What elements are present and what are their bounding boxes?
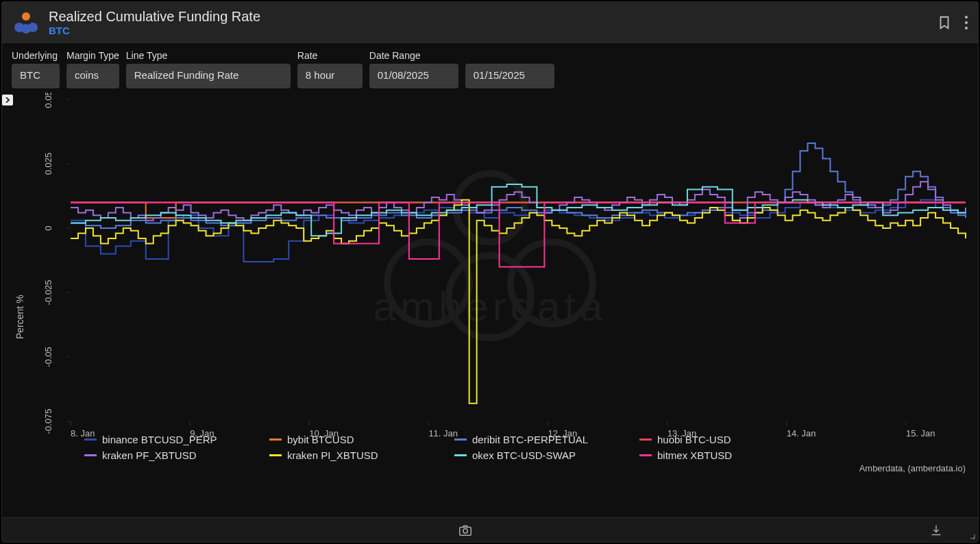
underlying-select[interactable]: BTC (12, 64, 60, 88)
chart-panel: Realized Cumulative Funding Rate BTC Und… (1, 1, 979, 543)
download-icon[interactable] (929, 523, 944, 538)
panel-subtitle: BTC (49, 25, 260, 36)
legend-item[interactable]: kraken PF_XBTUSD (84, 449, 262, 461)
svg-point-6 (965, 27, 968, 29)
svg-text:-0.025: -0.025 (43, 280, 53, 306)
attribution-text: Amberdata, (amberdata.io) (859, 463, 966, 473)
legend-item[interactable]: kraken PI_XBTUSD (269, 449, 448, 461)
rate-select[interactable]: 8 hour (297, 64, 363, 88)
bookmark-icon[interactable] (937, 15, 952, 30)
y-axis-label: Percent % (14, 295, 25, 339)
date-to-input[interactable]: 01/15/2025 (465, 64, 554, 88)
filter-label-margin-type: Margin Type (66, 50, 119, 61)
panel-header: Realized Cumulative Funding Rate BTC (2, 2, 978, 43)
svg-text:-0.075: -0.075 (43, 409, 53, 434)
filter-label-underlying: Underlying (12, 50, 60, 61)
legend-swatch (269, 438, 282, 441)
chart-area: amberdata -0.075-0.05-0.02500.0250.058. … (2, 92, 978, 504)
legend-swatch (639, 454, 652, 456)
filter-bar: Underlying BTC Margin Type coins Line Ty… (2, 43, 978, 92)
chart-legend: binance BTCUSD_PERPbybit BTCUSDderibit B… (84, 434, 964, 461)
svg-text:0: 0 (43, 225, 53, 230)
legend-item[interactable]: binance BTCUSD_PERP (84, 434, 262, 445)
legend-label: bitmex XBTUSD (657, 449, 732, 461)
svg-text:0.025: 0.025 (43, 153, 53, 175)
svg-point-40 (463, 528, 467, 532)
legend-label: huobi BTC-USD (657, 434, 731, 445)
line-type-select[interactable]: Realized Funding Rate (126, 64, 291, 88)
legend-swatch (84, 454, 97, 456)
date-from-input[interactable]: 01/08/2025 (369, 64, 458, 88)
legend-label: kraken PF_XBTUSD (102, 449, 197, 461)
filter-label-date-range: Date Range (369, 50, 554, 61)
legend-item[interactable]: deribit BTC-PERPETUAL (454, 434, 633, 445)
legend-item[interactable]: bitmex XBTUSD (639, 449, 818, 461)
svg-point-4 (965, 16, 968, 18)
legend-label: deribit BTC-PERPETUAL (472, 434, 588, 445)
brand-logo-icon (12, 8, 40, 37)
legend-swatch (269, 454, 282, 456)
legend-label: binance BTCUSD_PERP (102, 434, 217, 445)
legend-swatch (454, 454, 467, 456)
svg-point-0 (22, 12, 30, 21)
legend-item[interactable]: okex BTC-USD-SWAP (454, 449, 633, 461)
resize-handle-icon[interactable] (967, 531, 975, 539)
svg-text:0.05: 0.05 (43, 92, 53, 108)
title-block: Realized Cumulative Funding Rate BTC (49, 9, 260, 36)
svg-point-3 (21, 24, 31, 34)
legend-swatch (639, 438, 652, 441)
legend-item[interactable]: bybit BTCUSD (269, 434, 448, 445)
more-icon[interactable] (964, 15, 968, 30)
filter-label-line-type: Line Type (126, 50, 291, 61)
camera-icon[interactable] (458, 523, 473, 538)
legend-label: kraken PI_XBTUSD (287, 449, 378, 461)
legend-item[interactable]: huobi BTC-USD (639, 434, 818, 445)
svg-point-5 (965, 21, 968, 24)
legend-label: okex BTC-USD-SWAP (472, 449, 576, 461)
svg-text:-0.05: -0.05 (43, 347, 53, 367)
chart-toolbar (2, 517, 978, 542)
filter-label-rate: Rate (297, 50, 363, 61)
margin-type-select[interactable]: coins (66, 64, 119, 88)
legend-label: bybit BTCUSD (287, 434, 354, 445)
legend-swatch (84, 438, 97, 441)
legend-swatch (454, 438, 467, 441)
panel-title: Realized Cumulative Funding Rate (49, 9, 260, 25)
